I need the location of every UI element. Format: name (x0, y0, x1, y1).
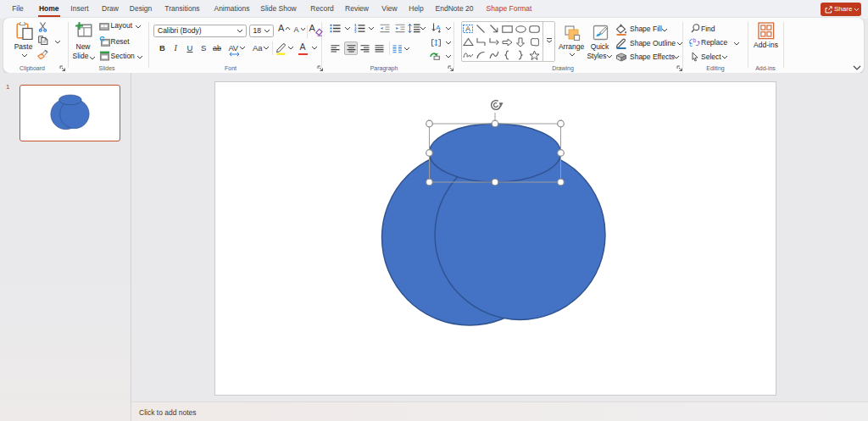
svg-text:A: A (436, 23, 441, 30)
svg-text:A: A (465, 25, 470, 33)
svg-text:b: b (693, 37, 696, 43)
